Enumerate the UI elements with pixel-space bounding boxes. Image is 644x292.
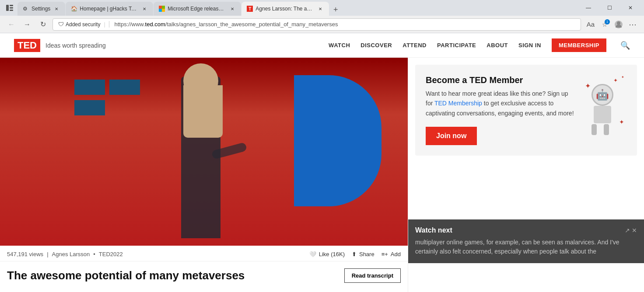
tab-settings[interactable]: ⚙ Settings ✕	[18, 2, 65, 16]
nav-about[interactable]: ABOUT	[486, 42, 508, 49]
address-input[interactable]: 🛡 Added security | https://www.ted.com/t…	[52, 18, 581, 31]
tab-ghacks[interactable]: 🏠 Homepage | gHacks Technology ✕	[66, 2, 153, 16]
ted-tagline: Ideas worth spreading	[46, 42, 106, 49]
watch-next-title: Watch next	[415, 226, 452, 234]
main-content: 547,191 views | Agnes Larsson • TED2022 …	[0, 58, 644, 292]
sparkle-2: ✦	[621, 75, 624, 79]
illustration-container: ✦ ✦ ✦ 🤖 ✦	[583, 75, 626, 128]
tab-edge-close[interactable]: ✕	[229, 5, 236, 12]
video-title-section: The awesome potential of many metaverses…	[0, 261, 408, 290]
add-button[interactable]: ≡+ Add	[382, 251, 401, 257]
svg-rect-5	[162, 6, 165, 9]
tab-settings-title: Settings	[32, 6, 50, 12]
membership-card: Become a TED Member Want to hear more gr…	[415, 65, 637, 156]
svg-rect-1	[10, 5, 13, 6]
read-transcript-button[interactable]: Read transcript	[344, 268, 401, 283]
video-stats: 547,191 views | Agnes Larsson • TED2022	[7, 251, 123, 257]
sparkle-3: ✦	[585, 82, 591, 90]
maximize-button[interactable]: ☐	[599, 1, 620, 15]
nav-attend[interactable]: ATTEND	[402, 42, 427, 49]
svg-rect-3	[10, 10, 13, 11]
close-button[interactable]: ✕	[620, 1, 640, 15]
ted-logo[interactable]: TED Ideas worth spreading	[14, 39, 106, 52]
video-stats-row: 547,191 views | Agnes Larsson • TED2022 …	[7, 251, 401, 257]
sidebar-toggle[interactable]	[4, 2, 16, 14]
stats-separator: |	[47, 251, 48, 257]
membership-text: Become a TED Member Want to hear more gr…	[426, 75, 576, 145]
membership-title: Become a TED Member	[426, 75, 576, 85]
refresh-button[interactable]: ↻	[37, 18, 49, 31]
address-url: https://www.ted.com/talks/agnes_larsson_…	[115, 21, 338, 28]
speaker-figure	[155, 76, 251, 238]
watch-next-expand[interactable]: ↗	[625, 227, 630, 234]
watch-next-controls: ↗ ✕	[625, 227, 637, 234]
security-label: Added security	[66, 21, 100, 28]
tab-edge-title: Microsoft Edge release notes fo...	[168, 6, 226, 12]
astro-body: 🤖	[592, 84, 613, 135]
video-stage	[0, 58, 408, 246]
stage-d-shape	[294, 75, 382, 206]
tab-ghacks-title: Homepage | gHacks Technology	[80, 6, 138, 12]
profile-button[interactable]	[612, 18, 625, 31]
sidebar-button[interactable]	[4, 2, 16, 14]
tab-edge[interactable]: Microsoft Edge release notes fo... ✕	[154, 2, 241, 16]
svg-rect-0	[6, 5, 9, 11]
sparkle-1: ✦	[613, 77, 618, 83]
stage-letters	[74, 80, 140, 115]
tabs-container: ⚙ Settings ✕ 🏠 Homepage | gHacks Technol…	[18, 0, 577, 16]
settings-favicon: ⚙	[23, 6, 29, 12]
watch-next-overlay: Watch next ↗ ✕ multiplayer online games,…	[408, 219, 644, 263]
share-button[interactable]: ⬆ Share	[352, 251, 374, 257]
membership-desc: Want to hear more great ideas like this …	[426, 89, 576, 118]
membership-button[interactable]: MEMBERSHIP	[552, 38, 606, 52]
svg-rect-4	[159, 6, 162, 9]
security-indicator: 🛡 Added security |	[58, 21, 109, 28]
settings-menu-button[interactable]: ⋯	[626, 18, 639, 31]
new-tab-button[interactable]: +	[329, 3, 342, 16]
video-section: 547,191 views | Agnes Larsson • TED2022 …	[0, 58, 408, 292]
reader-view-button[interactable]: Aa	[584, 18, 597, 31]
search-icon[interactable]: 🔍	[620, 41, 630, 50]
minimize-button[interactable]: —	[578, 1, 598, 15]
ted-logo-box: TED	[14, 39, 40, 52]
ted-favicon: T	[247, 6, 253, 12]
back-button[interactable]: ←	[5, 18, 18, 31]
forward-button[interactable]: →	[21, 18, 33, 31]
title-bar: ⚙ Settings ✕ 🏠 Homepage | gHacks Technol…	[0, 0, 644, 16]
video-event: TED2022	[99, 251, 123, 257]
tab-ghacks-close[interactable]: ✕	[141, 5, 148, 12]
page-content: TED Ideas worth spreading WATCH DISCOVER…	[0, 33, 644, 292]
favorites-badge: 1	[605, 19, 610, 24]
favorites-button[interactable]: ☆ 1	[598, 18, 611, 31]
ghacks-favicon: 🏠	[71, 6, 77, 12]
add-icon: ≡+	[382, 251, 388, 257]
author-dot: •	[93, 251, 95, 257]
like-button[interactable]: 🤍 Like (16K)	[309, 251, 345, 257]
tab-ted[interactable]: T Agnes Larsson: The aweso... ✕	[242, 2, 329, 16]
join-now-button[interactable]: Join now	[426, 127, 477, 145]
nav-watch[interactable]: WATCH	[329, 42, 350, 49]
share-label: Share	[359, 251, 374, 257]
share-icon: ⬆	[352, 251, 357, 257]
video-player[interactable]	[0, 58, 408, 246]
add-label: Add	[391, 251, 401, 257]
watch-next-text: multiplayer online games, for example, c…	[415, 238, 637, 256]
svg-rect-7	[162, 9, 165, 12]
watch-next-close[interactable]: ✕	[632, 227, 637, 234]
video-meta: 547,191 views | Agnes Larsson • TED2022 …	[0, 246, 408, 261]
tab-ted-title: Agnes Larsson: The aweso...	[256, 6, 314, 12]
tab-ted-close[interactable]: ✕	[317, 5, 324, 12]
sidebar: Become a TED Member Want to hear more gr…	[408, 58, 644, 292]
nav-participate[interactable]: PARTICIPATE	[437, 42, 476, 49]
membership-link[interactable]: TED Membership	[434, 100, 482, 107]
like-label: Like (16K)	[319, 251, 345, 257]
lock-icon: 🛡	[58, 21, 64, 28]
nav-discover[interactable]: DISCOVER	[360, 42, 392, 49]
ted-header: TED Ideas worth spreading WATCH DISCOVER…	[0, 33, 644, 58]
sign-in-button[interactable]: SIGN IN	[518, 42, 541, 49]
membership-illustration: ✦ ✦ ✦ 🤖 ✦	[583, 75, 626, 145]
view-count: 547,191 views	[7, 251, 43, 257]
toolbar-right: Aa ☆ 1 ⋯	[584, 18, 639, 31]
watch-next-header: Watch next ↗ ✕	[415, 226, 637, 234]
tab-settings-close[interactable]: ✕	[53, 5, 60, 12]
